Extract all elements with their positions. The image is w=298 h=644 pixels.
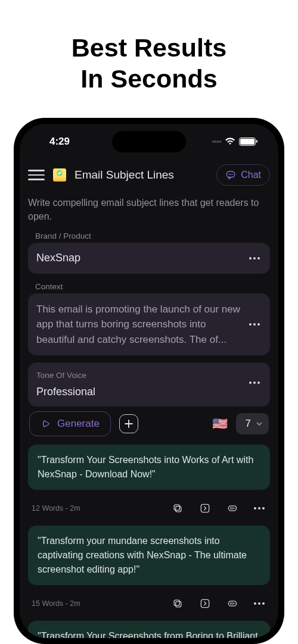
count-value: 7 [246, 418, 251, 430]
tone-input[interactable]: Tone Of Voice Professional [36, 367, 247, 398]
context-label: Context [28, 280, 270, 293]
result-card[interactable]: "Transform Your Screenshots from Boring … [28, 621, 270, 638]
brand-input[interactable]: NexSnap [28, 243, 270, 274]
brand-label: Brand / Product [28, 229, 270, 243]
notch [112, 131, 186, 152]
mail-icon [53, 168, 66, 182]
svg-point-11 [253, 382, 256, 384]
svg-rect-14 [174, 505, 179, 511]
add-button[interactable] [119, 414, 138, 433]
cellular-icon: •••• [212, 137, 221, 146]
context-value: This email is promoting the launch of ou… [36, 302, 241, 348]
brand-value: NexSnap [36, 252, 241, 264]
svg-point-1 [229, 174, 230, 175]
chevron-down-icon [256, 420, 263, 427]
svg-rect-20 [176, 602, 181, 607]
result-text: "Transform your mundane screenshots into… [38, 534, 260, 577]
svg-rect-21 [174, 601, 179, 606]
svg-rect-13 [176, 507, 181, 512]
share-button[interactable] [197, 501, 213, 516]
copy-button[interactable] [170, 501, 185, 516]
more-icon[interactable] [252, 596, 266, 611]
tone-label: Tone Of Voice [36, 367, 247, 380]
wifi-icon [225, 137, 235, 146]
phone-frame: 4:29 •••• Email Subject Lines [14, 118, 284, 644]
svg-point-26 [262, 602, 265, 605]
chat-button[interactable]: Chat [216, 164, 270, 186]
svg-point-7 [249, 323, 252, 326]
svg-point-17 [254, 507, 256, 509]
more-icon[interactable] [247, 317, 262, 332]
plus-icon [125, 420, 133, 428]
menu-icon[interactable] [28, 170, 45, 180]
generate-label: Generate [57, 418, 100, 430]
svg-point-12 [257, 382, 260, 384]
promo-heading: Best Results In Seconds [72, 33, 226, 94]
svg-point-24 [254, 602, 256, 605]
svg-point-25 [258, 602, 260, 605]
svg-point-6 [257, 257, 260, 260]
svg-point-5 [253, 257, 256, 260]
chat-icon [225, 170, 236, 180]
audio-button[interactable] [225, 596, 240, 611]
svg-rect-15 [201, 505, 209, 512]
svg-point-19 [262, 507, 265, 509]
svg-point-3 [232, 174, 233, 175]
page-description: Write compelling email subject lines tha… [28, 195, 270, 229]
result-card[interactable]: "Transform your mundane screenshots into… [28, 526, 270, 585]
result-meta: 12 Words - 2m [32, 504, 158, 512]
status-time: 4:29 [38, 136, 70, 148]
svg-point-18 [258, 507, 260, 509]
language-flag[interactable]: 🇺🇸 [212, 417, 228, 431]
svg-point-9 [257, 323, 260, 326]
result-meta: 15 Words - 2m [32, 599, 158, 608]
audio-button[interactable] [225, 501, 240, 516]
tone-value: Professional [36, 382, 247, 398]
result-text: "Transform Your Screenshots from Boring … [38, 629, 260, 638]
svg-point-2 [230, 174, 231, 175]
svg-rect-22 [201, 600, 209, 608]
context-input[interactable]: This email is promoting the launch of ou… [28, 293, 270, 356]
battery-icon [239, 137, 256, 146]
copy-button[interactable] [170, 596, 185, 611]
more-icon[interactable] [252, 501, 266, 515]
more-icon[interactable] [247, 376, 262, 390]
svg-point-4 [249, 257, 252, 260]
more-icon[interactable] [247, 251, 262, 265]
result-text: "Transform Your Screenshots into Works o… [38, 453, 260, 482]
result-card[interactable]: "Transform Your Screenshots into Works o… [28, 445, 270, 490]
count-selector[interactable]: 7 [236, 413, 269, 434]
share-button[interactable] [197, 596, 213, 611]
play-icon [41, 418, 51, 429]
page-title: Email Subject Lines [74, 168, 208, 182]
svg-point-10 [249, 382, 252, 384]
generate-button[interactable]: Generate [29, 411, 111, 436]
svg-point-8 [253, 323, 256, 326]
chat-label: Chat [241, 170, 261, 180]
